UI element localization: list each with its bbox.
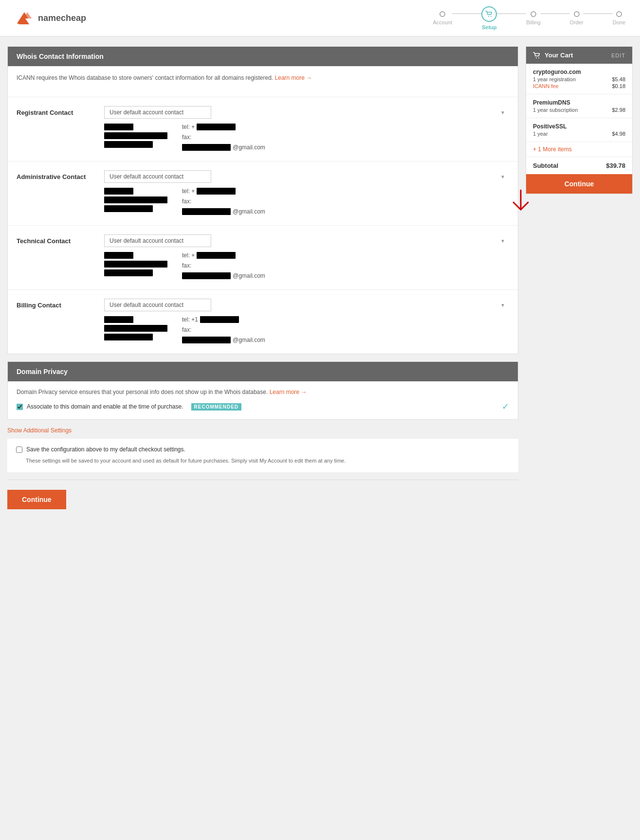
right-column: Your Cart EDIT cryptoguroo.com 1 year re… [526,46,633,524]
progress-bar: Account Setup Billing Order [433,6,625,30]
step-label-setup: Setup [482,24,497,30]
billing-contact-right: User default account contact ▼ [104,299,509,345]
tech-email-redacted [182,272,231,279]
billing-tel-redacted [200,316,239,323]
registrant-contact-select[interactable]: User default account contact [104,106,211,119]
cart-item-premiumdns-price: $2.98 [612,107,625,113]
cart-item-domain-row: 1 year registration $5.48 [533,76,625,82]
cart-continue-button[interactable]: Continue [526,174,632,194]
svg-point-3 [538,57,539,58]
step-label-done: Done [613,19,625,25]
billing-select-wrapper: User default account contact ▼ [104,299,509,311]
billing-addr-redacted [104,325,167,332]
whois-section-body: ICANN requires the Whois database to sto… [8,66,518,97]
step-label-billing: Billing [526,19,540,25]
tech-addr-redacted [104,261,167,268]
save-config-checkbox[interactable] [16,447,22,453]
billing-email-line: @gmail.com [182,337,265,343]
billing-fax-line: fax: [182,326,265,333]
billing-email-redacted [182,337,231,343]
administrative-contact-label: Administrative Contact [17,170,94,180]
bottom-continue-button[interactable]: Continue [7,490,66,509]
admin-email-line: @gmail.com [182,208,265,215]
cart-header-left: Your Cart [533,52,573,59]
technical-contact-select[interactable]: User default account contact [104,234,211,247]
cart-icon [485,11,493,18]
whois-info-text: ICANN requires the Whois database to sto… [17,73,509,82]
cart-item-ssl: PositiveSSL 1 year $4.98 [526,118,632,142]
cart-item-icann-price: $0.18 [612,83,625,89]
svg-point-1 [491,16,492,17]
save-config-row: Save the configuration above to my defau… [16,446,510,453]
privacy-learn-more-link[interactable]: Learn more → [270,389,307,395]
billing-right-info: tel: +1 fax: @gmail.com [182,316,265,345]
technical-right-info: tel: + fax: @gmail.com [182,252,265,281]
registrant-email-line: @gmail.com [182,144,265,151]
registrant-select-arrow-icon: ▼ [500,110,505,115]
step-circle-setup [481,6,497,22]
tech-name-redacted [104,252,133,259]
step-label-order: Order [570,19,584,25]
admin-fax-line: fax: [182,198,265,205]
step-circle-order [574,11,580,17]
billing-contact-select[interactable]: User default account contact [104,299,211,311]
billing-contact-section: Billing Contact User default account con… [8,289,518,354]
cart-item-premiumdns-sub: 1 year subscription [533,107,578,113]
additional-settings-link[interactable]: Show Additional Settings [7,427,518,434]
registrant-tel-redacted [197,124,236,130]
registrant-select-wrapper: User default account contact ▼ [104,106,509,119]
cart-item-premiumdns: PremiumDNS 1 year subscription $2.98 [526,94,632,118]
step-account: Account [433,11,452,25]
billing-name-redacted [104,316,133,323]
registrant-fax-line: fax: [182,134,265,141]
administrative-right-info: tel: + fax: @gmail.com [182,188,265,216]
cart-header-icon [533,52,541,59]
cart-item-premiumdns-name: PremiumDNS [533,99,625,106]
privacy-info-text: Domain Privacy service ensures that your… [17,389,509,395]
administrative-contact-details: tel: + fax: @gmail.com [104,188,509,216]
administrative-contact-select[interactable]: User default account contact [104,170,211,183]
cart-header: Your Cart EDIT [526,47,632,64]
registrant-contact-row: Registrant Contact User default account … [17,106,509,152]
administrative-select-wrapper: User default account contact ▼ [104,170,509,183]
tech-tel-redacted [197,252,236,259]
registrant-email-redacted [182,144,231,151]
tech-tel-line: tel: + [182,252,265,259]
cart-subtotal: Subtotal $39.78 [526,157,632,174]
privacy-checkbox-row: Associate to this domain and enable at t… [17,401,509,412]
save-config-label: Save the configuration above to my defau… [26,446,185,453]
privacy-checkbox[interactable] [17,404,23,410]
step-line-1 [452,13,481,14]
step-label-account: Account [433,19,452,25]
header: namecheap Account Setup Billing [0,0,640,36]
technical-select-arrow-icon: ▼ [500,238,505,244]
billing-contact-label: Billing Contact [17,299,94,309]
billing-contact-details: tel: +1 fax: @gmail.com [104,316,509,345]
whois-learn-more-link[interactable]: Learn more → [275,74,312,81]
cart-item-domain-price: $5.48 [612,76,625,82]
step-billing: Billing [526,11,540,25]
cart-item-ssl-name: PositiveSSL [533,123,625,130]
tech-email-line: @gmail.com [182,272,265,279]
administrative-contact-section: Administrative Contact User default acco… [8,161,518,225]
technical-contact-row: Technical Contact User default account c… [17,234,509,281]
step-done: Done [613,11,625,25]
technical-left-info [104,252,167,281]
billing-contact-row: Billing Contact User default account con… [17,299,509,345]
tech-fax-line: fax: [182,262,265,269]
step-circle-done [616,11,622,17]
bottom-continue: Continue [7,490,518,509]
more-items-link[interactable]: + 1 More items [526,142,632,157]
technical-contact-details: tel: + fax: @gmail.com [104,252,509,281]
tech-city-redacted [104,269,153,276]
cart-box: Your Cart EDIT cryptoguroo.com 1 year re… [526,46,633,194]
cart-item-domain: cryptoguroo.com 1 year registration $5.4… [526,64,632,94]
cart-subtotal-label: Subtotal [533,162,558,169]
registrant-name-redacted [104,124,133,130]
administrative-contact-right: User default account contact ▼ [104,170,509,216]
admin-city-redacted [104,205,153,212]
step-circle-billing [530,11,536,17]
admin-addr-redacted [104,197,167,203]
cart-edit-button[interactable]: EDIT [611,53,625,58]
save-config-section: Save the configuration above to my defau… [7,439,518,472]
